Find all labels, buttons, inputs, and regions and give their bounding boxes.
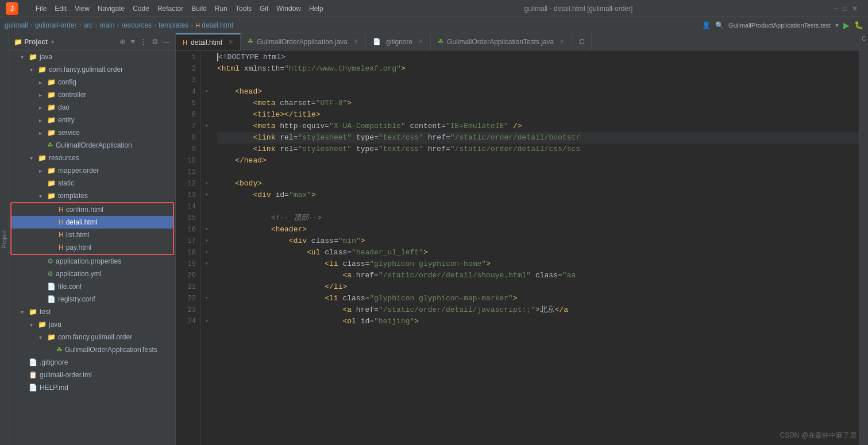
code-line-2: <html xmlns:th="http://www.thymeleaf.org… bbox=[217, 63, 859, 75]
menu-bar: File Edit View Navigate Code Refactor Bu… bbox=[36, 5, 323, 13]
profile-icon[interactable]: 👤 bbox=[702, 21, 711, 29]
menu-help[interactable]: Help bbox=[309, 5, 323, 13]
tree-list[interactable]: H list.html bbox=[11, 229, 173, 241]
tree-pay[interactable]: H pay.html bbox=[11, 241, 173, 254]
tree-app[interactable]: ☘ GulimallOrderApplication bbox=[9, 139, 175, 152]
breadcrumb-gulimall[interactable]: gulimall bbox=[5, 21, 28, 29]
editor-area: H detail.html ✕ ☘ GulimallOrderApplicati… bbox=[176, 33, 859, 445]
breadcrumb-resources[interactable]: resources bbox=[121, 21, 152, 29]
tree-helpmd[interactable]: 📄 HELP.md bbox=[9, 381, 175, 394]
minimize-sidebar-icon[interactable]: — bbox=[163, 37, 171, 46]
main-layout: Project 📁 Project ▾ ⊕ ≡ ⋮ ⚙ — ▾ 📁 java bbox=[0, 33, 868, 445]
app-logo: J bbox=[6, 2, 18, 15]
menu-build[interactable]: Build bbox=[191, 5, 207, 13]
minimize-btn[interactable]: ─ bbox=[834, 5, 839, 13]
tree-java[interactable]: ▾ 📁 java bbox=[9, 51, 175, 63]
breadcrumb-main[interactable]: main bbox=[99, 21, 114, 29]
tab-close-detail[interactable]: ✕ bbox=[228, 38, 233, 46]
tab-gitignore[interactable]: 📄 .gitignore ✕ bbox=[366, 33, 431, 50]
code-line-16: <header> bbox=[217, 224, 859, 235]
code-line-21: </li> bbox=[217, 281, 859, 293]
tree-templates[interactable]: ▾ 📁 templates bbox=[9, 189, 175, 202]
menu-navigate[interactable]: Navigate bbox=[98, 5, 125, 13]
tree-test[interactable]: ▾ 📁 test bbox=[9, 305, 175, 318]
tab-extra[interactable]: C bbox=[572, 33, 592, 50]
menu-run[interactable]: Run bbox=[215, 5, 227, 13]
code-gutter: ▾ ▾ ▾ ▾ ▾ ▾ ▾ ▾ ▾ ▾ bbox=[201, 51, 213, 445]
code-line-17: <div class="min"> bbox=[217, 235, 859, 247]
tree-static[interactable]: 📁 static bbox=[9, 177, 175, 189]
tree-gitignore[interactable]: 📄 .gitignore bbox=[9, 356, 175, 369]
locate-icon[interactable]: ⊕ bbox=[119, 37, 126, 46]
maximize-btn[interactable]: □ bbox=[843, 5, 847, 13]
tree-tests-class[interactable]: ☘ GulimallOrderApplicationTests bbox=[9, 343, 175, 356]
debug-button[interactable]: 🐛 bbox=[854, 21, 863, 29]
tree-file-conf[interactable]: 📄 file.conf bbox=[9, 280, 175, 293]
code-line-7: <meta http-equiv="X-UA-Compatible" conte… bbox=[217, 121, 859, 132]
tree-com-fancy[interactable]: ▾ 📁 com.fancy.gulimall.order bbox=[9, 63, 175, 76]
menu-file[interactable]: File bbox=[36, 5, 47, 13]
tab-close-gitignore[interactable]: ✕ bbox=[418, 38, 423, 45]
sidebar-controls[interactable]: ⊕ ≡ ⋮ ⚙ — bbox=[119, 37, 171, 46]
settings-icon[interactable]: ⚙ bbox=[152, 37, 159, 46]
menu-window[interactable]: Window bbox=[276, 5, 301, 13]
run-dropdown[interactable]: ▾ bbox=[835, 21, 839, 29]
tree-detail[interactable]: H detail.html bbox=[11, 216, 173, 229]
menu-refactor[interactable]: Refactor bbox=[157, 5, 183, 13]
watermark: CSDN @在森林中麻了鹿 bbox=[780, 431, 857, 440]
tree-controller[interactable]: ▸ 📁 controller bbox=[9, 88, 175, 101]
code-line-6: <title></title> bbox=[217, 109, 859, 121]
tab-close-tests[interactable]: ✕ bbox=[560, 38, 565, 45]
tree-iml[interactable]: 📋 gulimall-order.iml bbox=[9, 369, 175, 381]
code-line-9: <link rel="stylesheet" type="text/css" h… bbox=[217, 144, 859, 155]
tab-gulimall-order-app[interactable]: ☘ GulimallOrderApplication.java ✕ bbox=[241, 33, 366, 50]
tree-dao[interactable]: ▸ 📁 dao bbox=[9, 101, 175, 114]
tree-app-yml[interactable]: ⚙ application.yml bbox=[9, 268, 175, 280]
svg-text:J: J bbox=[10, 6, 14, 12]
breadcrumb-templates[interactable]: templates bbox=[159, 21, 188, 29]
menu-git[interactable]: Git bbox=[260, 5, 268, 13]
project-vertical-label: Project bbox=[1, 230, 7, 248]
project-tree: ▾ 📁 java ▾ 📁 com.fancy.gulimall.order ▸ … bbox=[9, 51, 175, 394]
window-title: gulimall - detail.html [gulimall-order] bbox=[524, 5, 633, 13]
menu-edit[interactable]: Edit bbox=[55, 5, 67, 13]
menu-tools[interactable]: Tools bbox=[236, 5, 252, 13]
breadcrumb-file[interactable]: H detail.html bbox=[195, 21, 233, 29]
breadcrumb-src[interactable]: src bbox=[83, 21, 92, 29]
code-line-10: </head> bbox=[217, 155, 859, 167]
tree-service[interactable]: ▸ 📁 service bbox=[9, 126, 175, 139]
menu-view[interactable]: View bbox=[75, 5, 90, 13]
tab-detail-html[interactable]: H detail.html ✕ bbox=[176, 33, 241, 50]
code-line-13: <div id="max"> bbox=[217, 189, 859, 201]
tree-config[interactable]: ▸ 📁 config bbox=[9, 76, 175, 88]
tree-entity[interactable]: ▸ 📁 entity bbox=[9, 114, 175, 126]
tree-resources[interactable]: ▾ 📁 resources bbox=[9, 152, 175, 164]
tree-test-java[interactable]: ▾ 📁 java bbox=[9, 318, 175, 331]
code-line-14 bbox=[217, 201, 859, 212]
code-line-19: <li class="glyphicon glyphicon-home"> bbox=[217, 258, 859, 270]
right-panel-icon[interactable]: C bbox=[862, 36, 866, 42]
tab-close-app[interactable]: ✕ bbox=[353, 38, 358, 45]
collapse-icon[interactable]: ≡ bbox=[130, 37, 135, 46]
close-btn[interactable]: ✕ bbox=[852, 5, 858, 13]
tree-app-props[interactable]: ⚙ application.properties bbox=[9, 255, 175, 268]
project-sidebar: 📁 Project ▾ ⊕ ≡ ⋮ ⚙ — ▾ 📁 java ▾ 📁 com bbox=[9, 33, 176, 445]
menu-code[interactable]: Code bbox=[133, 5, 149, 13]
code-line-22: <li class="glyphicon glyphicon-map-marke… bbox=[217, 293, 859, 304]
tree-mapper[interactable]: ▸ 📁 mapper.order bbox=[9, 164, 175, 177]
code-line-11 bbox=[217, 167, 859, 178]
breadcrumb-module[interactable]: gulimall-order bbox=[35, 21, 77, 29]
tree-confirm[interactable]: H confirm.html bbox=[11, 203, 173, 216]
search-icon[interactable]: 🔍 bbox=[715, 21, 724, 29]
tree-test-com[interactable]: ▾ 📁 com.fancy.gulimall.order bbox=[9, 331, 175, 343]
options-icon[interactable]: ⋮ bbox=[140, 37, 147, 46]
run-button[interactable]: ▶ bbox=[843, 21, 850, 30]
code-content[interactable]: <!DOCTYPE html> <html xmlns:th="http://w… bbox=[213, 51, 859, 445]
code-editor[interactable]: 1234 5678 9101112 13141516 17181920 2122… bbox=[176, 51, 859, 445]
run-config[interactable]: GulimallProductApplicationTests.test bbox=[728, 22, 831, 29]
tab-app-tests[interactable]: ☘ GulimallOrderApplicationTests.java ✕ bbox=[431, 33, 572, 50]
code-line-3 bbox=[217, 75, 859, 86]
title-bar: J File Edit View Navigate Code Refactor … bbox=[0, 0, 868, 17]
code-line-4: <head> bbox=[217, 86, 859, 98]
tree-registry-conf[interactable]: 📄 registry.conf bbox=[9, 293, 175, 305]
